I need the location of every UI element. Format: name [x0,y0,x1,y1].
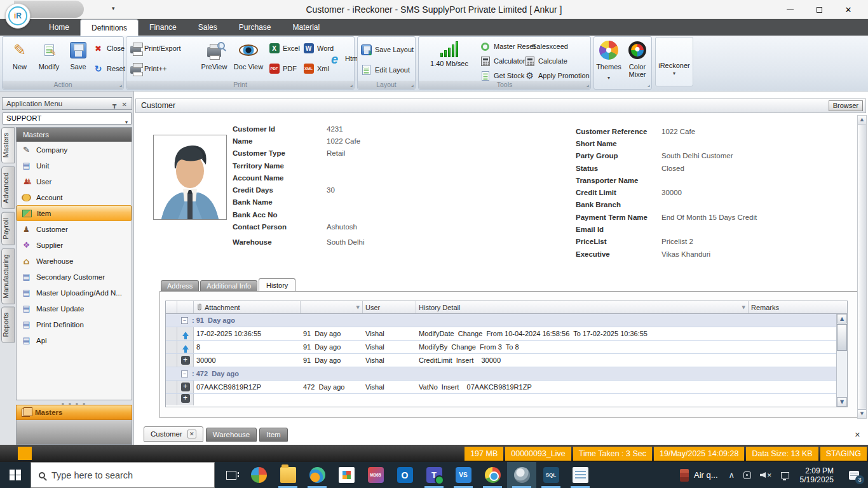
ribbon-tab[interactable]: Finance [139,19,187,36]
sidebar-menu-item[interactable]: Master Uploading/Add N... [17,285,132,301]
company-dropdown[interactable]: SUPPORT ▾ [3,112,132,125]
form-tab[interactable]: Address [161,280,199,291]
xml-button[interactable]: XMLXml [303,62,329,75]
taskbar-app-edge[interactable] [302,462,332,488]
get-stock-button[interactable]: Get Stock [480,69,524,82]
sidebar-menu-item[interactable]: Supplier [17,237,132,253]
taskbar-clock[interactable]: 2:09 PM 5/19/2025 [794,466,840,484]
edit-layout-button[interactable]: Edit Layout [361,64,410,76]
color-mixer-button[interactable]: Color Mixer [623,39,651,81]
excel-button[interactable]: XExcel [269,42,300,55]
taskbar-app-dynamics[interactable] [244,462,273,488]
html-button[interactable]: eHtml [331,52,360,65]
date-column-header[interactable]: ▼ [301,301,363,313]
apply-promotion-button[interactable]: ⚙Apply Promotion [524,69,590,82]
collapse-icon[interactable]: − [181,317,188,324]
new-button[interactable]: ✎ New [5,39,34,81]
taskbar-app-chrome[interactable] [478,462,507,488]
taskbar-app-teams[interactable]: T [419,462,449,488]
weather-widget[interactable]: Air q... [674,469,724,482]
taskbar-app-file-explorer[interactable] [273,462,302,488]
scrollbar-thumb[interactable] [837,324,847,351]
taskbar-app-outlook[interactable]: O [390,462,419,488]
module-tab[interactable]: Payroll [1,212,15,245]
sidebar-menu-item[interactable]: Item [17,205,132,221]
calculator-button[interactable]: Calculator [480,55,526,67]
field-value[interactable]: Ashutosh [327,223,357,231]
ribbon-tab[interactable]: Sales [187,19,228,36]
taskbar-app-m365[interactable]: M365 [361,462,390,488]
sidebar-menu-item[interactable]: Company [17,142,132,158]
document-tab[interactable]: Customer ✕ [144,426,203,442]
ribbon-tab[interactable]: Material [281,19,330,36]
module-tab[interactable]: Manufacturing [1,248,15,304]
content-scrollbar[interactable]: ▲ ▼ [857,115,867,419]
pin-icon[interactable]: ┳ [112,99,116,111]
table-row[interactable]: 8 91 Day ago Vishal ModifyBy Change From… [166,341,847,354]
field-value[interactable]: Pricelist 2 [661,238,693,245]
task-view-button[interactable] [219,462,244,488]
module-tab[interactable]: Advanced [1,166,15,209]
field-value[interactable]: 30 [327,186,335,194]
taskbar-app-store[interactable] [332,462,361,488]
doc-view-button[interactable]: Doc View [231,39,266,81]
save-layout-button[interactable]: ↓Save Layout [361,43,414,56]
print-export-button[interactable]: Print/Export [130,42,180,55]
sidebar-menu-item[interactable]: Print Definition [17,316,132,332]
ribbon-tab[interactable]: Definitions [80,19,139,36]
taskbar-app-mysql[interactable]: SQL [536,462,566,488]
minimize-button[interactable] [775,0,804,19]
snip-tray-icon[interactable] [739,471,756,479]
sidebar-menu-item[interactable]: Master Update [17,301,132,316]
start-button[interactable] [0,462,31,488]
scroll-up-icon[interactable]: ▲ [858,116,866,125]
close-panel-icon[interactable]: ✕ [122,99,127,111]
table-row[interactable]: 07AAKCB9819R1ZP 472 Day ago Vishal VatNo… [166,381,847,394]
app-logo-button[interactable]: iR [5,3,31,29]
taskbar-search[interactable]: Type here to search [31,462,215,488]
master-reset-button[interactable]: Master Reset [480,40,535,53]
table-scrollbar[interactable]: ▲ ▼ [836,314,847,407]
dialog-launcher-icon[interactable]: ⌟ [587,81,589,89]
table-row[interactable]: −: 91 Day ago [166,314,847,327]
ireckoner-menu-button[interactable]: iReckoner ▾ [655,37,693,86]
field-value[interactable]: Retail [327,149,345,157]
preview-button[interactable]: PreView [198,39,231,81]
field-value[interactable]: 1022 Cafe [327,137,360,145]
modify-button[interactable]: ✎ Modify [34,39,64,81]
scrollbar-thumb[interactable] [858,125,866,409]
restore-button[interactable] [804,0,834,19]
user-column-header[interactable]: User [363,301,416,313]
scroll-up-icon[interactable]: ▲ [837,314,847,323]
scroll-down-icon[interactable]: ▼ [858,409,866,418]
show-hidden-icons-chevron[interactable]: ∧ [724,470,740,480]
pdf-button[interactable]: PDFPDF [269,62,297,75]
salesxceed-button[interactable]: Salesxceed [532,40,568,53]
reset-button[interactable]: ↻Reset [93,62,125,75]
field-value[interactable]: 30000 [661,189,682,196]
sidebar-menu-item[interactable]: User [17,173,132,189]
collapse-icon[interactable]: − [181,370,188,377]
sidebar-menu-item[interactable]: Account [17,189,132,205]
dialog-launcher-icon[interactable]: ⌟ [648,81,650,89]
close-button[interactable]: ✖Close [93,42,125,55]
scroll-down-icon[interactable]: ▼ [837,397,847,407]
form-tab[interactable]: History [259,278,295,292]
taskbar-app-ireckoner-active[interactable] [507,462,536,488]
close-window-button[interactable]: ✕ [834,0,863,19]
field-value[interactable]: 4231 [327,125,343,133]
sidebar-menu-item[interactable]: Customer [17,221,132,237]
print-plus-button[interactable]: Print++ [130,62,166,75]
browser-button[interactable]: Browser [829,100,863,111]
field-value[interactable]: South Delhi Customer [661,152,733,159]
field-value[interactable]: Vikas Khanduri [661,250,710,258]
module-tab[interactable]: Reports [1,307,15,343]
document-tab[interactable]: Item ✕ [259,428,287,442]
filter-icon[interactable]: ▼ [742,305,745,310]
themes-button[interactable]: Themes ▾ [595,39,623,81]
dialog-launcher-icon[interactable]: ⌟ [119,81,122,89]
attachment-column-header[interactable]: Attachment [194,301,301,313]
table-row[interactable]: 17-02-2025 10:36:55 91 Day ago Vishal Mo… [166,327,847,341]
sidebar-menu-item[interactable]: Api [17,332,132,348]
field-value[interactable]: South Delhi [327,238,364,246]
